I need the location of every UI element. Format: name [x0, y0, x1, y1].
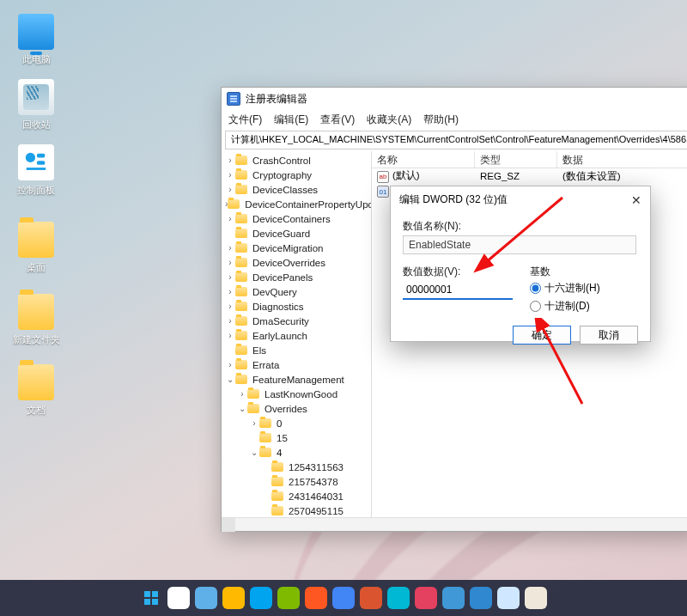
- window-titlebar[interactable]: 注册表编辑器: [222, 88, 687, 110]
- taskbar-item[interactable]: [277, 587, 300, 609]
- tree-item[interactable]: ⌄Overrides: [225, 401, 371, 416]
- expand-icon[interactable]: ›: [225, 287, 235, 296]
- taskbar-item[interactable]: [167, 587, 190, 609]
- tree-item[interactable]: ›0: [225, 416, 371, 430]
- folder-icon: [235, 214, 247, 223]
- ok-button[interactable]: 确定: [513, 326, 571, 345]
- expand-icon[interactable]: ›: [225, 302, 235, 311]
- menu-edit[interactable]: 编辑(E): [274, 113, 308, 127]
- taskbar-item[interactable]: [305, 587, 327, 609]
- address-bar[interactable]: 计算机\HKEY_LOCAL_MACHINE\SYSTEM\CurrentCon…: [225, 131, 687, 149]
- list-header[interactable]: 名称 类型 数据: [372, 151, 687, 168]
- tree-item[interactable]: 1254311563: [225, 460, 371, 474]
- col-data[interactable]: 数据: [557, 151, 687, 168]
- desktop-icon-this-pc[interactable]: 此电脑: [10, 14, 62, 66]
- tree-item[interactable]: ›DevicePanels: [225, 270, 371, 284]
- desktop-icon-recycle-bin[interactable]: 回收站: [10, 79, 62, 131]
- menu-view[interactable]: 查看(V): [320, 113, 355, 127]
- tree-item[interactable]: ›Cryptography: [225, 168, 371, 182]
- tree-item[interactable]: ›Diagnostics: [225, 299, 371, 314]
- desktop-icon-label: 文档: [10, 404, 62, 417]
- col-name[interactable]: 名称: [372, 151, 475, 168]
- taskbar-item[interactable]: [525, 587, 547, 609]
- expand-icon[interactable]: ›: [225, 243, 235, 253]
- desktop-icon-new-folder[interactable]: 新建文件夹: [10, 294, 62, 346]
- menu-bar[interactable]: 文件(F) 编辑(E) 查看(V) 收藏夹(A) 帮助(H): [222, 110, 687, 129]
- expand-icon[interactable]: ›: [225, 316, 235, 326]
- tree-item[interactable]: ›DeviceContainerPropertyUpda: [225, 197, 371, 211]
- tree-item[interactable]: DeviceGuard: [225, 226, 371, 241]
- expand-icon[interactable]: ›: [225, 258, 235, 267]
- tree-item[interactable]: 15: [225, 430, 371, 445]
- expand-icon[interactable]: ⌄: [249, 448, 259, 457]
- svg-rect-5: [144, 591, 150, 597]
- radio-hex[interactable]: 十六进制(H): [530, 281, 600, 296]
- expand-icon[interactable]: ›: [225, 156, 235, 165]
- expand-icon[interactable]: ›: [225, 185, 235, 194]
- tree-item[interactable]: ⌄4: [225, 445, 371, 460]
- folder-icon: [235, 272, 247, 282]
- expand-icon[interactable]: ›: [225, 170, 235, 180]
- tree-item[interactable]: ›DevQuery: [225, 284, 371, 299]
- taskbar-item[interactable]: [442, 587, 465, 609]
- radio-hex-input[interactable]: [530, 283, 541, 294]
- tree-item[interactable]: ›DeviceMigration: [225, 241, 371, 255]
- folder-icon: [228, 199, 240, 209]
- folder-icon: [235, 302, 247, 311]
- taskbar-item[interactable]: [222, 587, 245, 609]
- desktop-icon-docs-folder[interactable]: 文档: [10, 364, 62, 417]
- edit-dword-dialog[interactable]: 编辑 DWORD (32 位)值 ✕ 数值名称(N): EnabledState…: [390, 186, 651, 342]
- tree-item[interactable]: ›LastKnownGood: [225, 387, 371, 401]
- tree-item[interactable]: 215754378: [225, 474, 371, 489]
- taskbar-item[interactable]: [332, 587, 355, 609]
- expand-icon[interactable]: ⌄: [225, 375, 235, 384]
- menu-help[interactable]: 帮助(H): [423, 113, 459, 127]
- menu-favorites[interactable]: 收藏夹(A): [367, 113, 411, 127]
- tree-item[interactable]: ›DeviceClasses: [225, 182, 371, 197]
- tree-item[interactable]: 2431464031: [225, 489, 371, 503]
- start-button[interactable]: [140, 587, 162, 609]
- tree-item[interactable]: ›DeviceContainers: [225, 211, 371, 226]
- expand-icon[interactable]: ›: [225, 360, 235, 369]
- expand-icon[interactable]: ⌄: [237, 404, 247, 413]
- taskbar[interactable]: [0, 580, 687, 616]
- cancel-button[interactable]: 取消: [580, 326, 638, 345]
- tree-item[interactable]: ›Errata: [225, 357, 371, 372]
- registry-tree[interactable]: ›CrashControl›Cryptography›DeviceClasses…: [222, 151, 372, 517]
- tree-item[interactable]: 2570495115: [225, 503, 371, 517]
- tree-item[interactable]: Els: [225, 343, 371, 357]
- radio-dec-input[interactable]: [530, 301, 541, 312]
- expand-icon[interactable]: ›: [225, 331, 235, 340]
- expand-icon[interactable]: ›: [249, 418, 259, 428]
- taskbar-item[interactable]: [415, 587, 437, 609]
- tree-item[interactable]: ›EarlyLaunch: [225, 328, 371, 343]
- horizontal-scrollbar[interactable]: [222, 517, 687, 531]
- expand-icon[interactable]: ›: [225, 272, 235, 282]
- taskbar-item[interactable]: [250, 587, 272, 609]
- desktop-icon-desktop-folder[interactable]: 桌面: [10, 222, 62, 274]
- folder-icon: [271, 477, 283, 486]
- folder-icon: [271, 506, 283, 515]
- folder-icon: [235, 170, 247, 180]
- desktop-icon-control-panel[interactable]: 控制面板: [10, 144, 62, 197]
- taskbar-item[interactable]: [387, 587, 410, 609]
- taskbar-item[interactable]: [360, 587, 382, 609]
- value-data-input[interactable]: [403, 281, 513, 300]
- menu-file[interactable]: 文件(F): [228, 113, 262, 127]
- tree-item-label: 215754378: [287, 477, 340, 487]
- tree-item-label: CrashControl: [251, 156, 313, 166]
- tree-item[interactable]: ⌄FeatureManagement: [225, 372, 371, 387]
- expand-icon[interactable]: ›: [225, 214, 235, 223]
- taskbar-item[interactable]: [497, 587, 520, 609]
- radio-dec[interactable]: 十进制(D): [530, 299, 600, 314]
- taskbar-item[interactable]: [195, 587, 217, 609]
- expand-icon[interactable]: ›: [237, 389, 247, 399]
- tree-item[interactable]: ›DeviceOverrides: [225, 255, 371, 270]
- value-row[interactable]: ab(默认)REG_SZ(数值未设置): [372, 168, 687, 184]
- tree-item[interactable]: ›DmaSecurity: [225, 314, 371, 328]
- taskbar-item[interactable]: [470, 587, 492, 609]
- tree-item[interactable]: ›CrashControl: [225, 153, 371, 168]
- close-icon[interactable]: ✕: [628, 192, 645, 209]
- dialog-title[interactable]: 编辑 DWORD (32 位)值: [391, 186, 650, 212]
- col-type[interactable]: 类型: [475, 151, 557, 168]
